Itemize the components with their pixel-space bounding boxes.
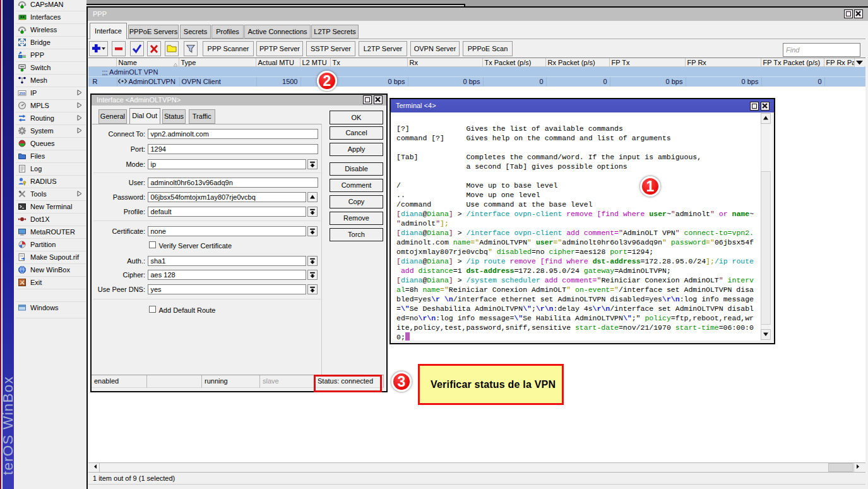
svg-text:255: 255	[19, 92, 26, 95]
